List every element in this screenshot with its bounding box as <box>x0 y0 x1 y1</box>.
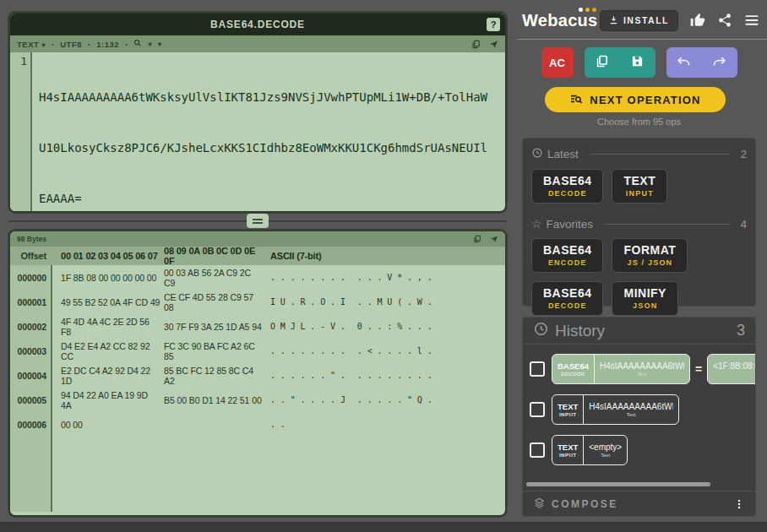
copy-icon[interactable] <box>473 235 481 243</box>
download-icon <box>609 15 618 26</box>
table-row: 000001 49 55 B2 52 0A 4F CD 49 CE CF 4D … <box>10 290 505 314</box>
hex-table-header: Offset 00 01 02 03 04 05 06 07 08 09 0A … <box>10 247 505 265</box>
latest-title: Latest <box>547 148 579 160</box>
header-divider <box>517 39 767 40</box>
search-icon[interactable] <box>133 39 142 49</box>
chevron-down-icon[interactable]: ▾ <box>148 41 152 48</box>
horizontal-scrollbar[interactable] <box>526 482 710 486</box>
editor-line: H4sIAAAAAAAAA6tWKsksyUlVslIKT81Jzs9NVSjJ… <box>39 89 505 106</box>
compose-button[interactable]: COMPOSE <box>533 497 618 512</box>
operation-chip-base64-decode[interactable]: BASE64 DECODE <box>531 281 603 316</box>
menu-icon[interactable] <box>743 12 760 29</box>
kebab-menu-icon[interactable] <box>733 497 745 511</box>
history-title: History <box>555 322 605 340</box>
redo-button[interactable] <box>702 47 737 78</box>
control-buttons: AC <box>522 47 756 78</box>
copy-icon[interactable] <box>471 40 481 49</box>
line-number-gutter: 1 <box>10 52 32 211</box>
webacus-app: BASE64.DECODE ? TEXT ▾ • UTF8 • 1:132 • … <box>0 0 767 532</box>
undo-icon <box>676 53 692 73</box>
history-checkbox[interactable] <box>530 402 545 417</box>
redo-icon <box>711 53 727 73</box>
offset-header: Offset <box>10 251 51 261</box>
hex-table-body[interactable]: 000000 1F 8B 08 00 00 00 00 00 00 03 AB … <box>10 265 505 512</box>
byte-count-label: 98 Bytes <box>17 235 46 243</box>
operation-chip-text-input[interactable]: TEXT INPUT <box>612 169 667 204</box>
table-row: 000003 D4 E2 E4 A2 CC 82 92 CC FC 3C 90 … <box>10 339 505 363</box>
operation-chip-base64-encode[interactable]: BASE64 ENCODE <box>531 238 603 273</box>
operation-chip-format-js-json[interactable]: FORMAT JS / JSON <box>612 238 688 273</box>
operation-panel-header: BASE64.DECODE ? <box>10 14 505 35</box>
history-entry-text-input-empty[interactable]: TEXT INPUT <empty> Text <box>552 435 628 465</box>
hex-columns-header-1: 00 01 02 03 04 05 06 07 <box>61 251 160 261</box>
cursor-position: 1:132 <box>96 40 119 49</box>
encoding-label[interactable]: UTF8 <box>60 40 82 49</box>
history-result-chip[interactable]: <1F:8B:08:00:00:0 Binary <box>707 354 755 384</box>
latest-count: 2 <box>741 148 747 160</box>
save-button[interactable] <box>620 47 655 78</box>
history-entry-text-input[interactable]: TEXT INPUT H4sIAAAAAAAAA6tWKsksyUl... Te… <box>552 394 679 425</box>
chevron-down-icon: ▾ <box>41 41 46 49</box>
copy-icon <box>595 54 609 72</box>
operation-chip-minify-json[interactable]: MINIFY JSON <box>612 281 677 316</box>
favorites-section-header: ☆ Favorites 4 <box>531 217 747 231</box>
splitter-handle-icon[interactable] <box>247 214 269 228</box>
separator-dot: • <box>88 41 90 48</box>
operation-panel: BASE64.DECODE ? TEXT ▾ • UTF8 • 1:132 • … <box>8 12 507 213</box>
all-clear-button[interactable]: AC <box>541 47 574 78</box>
history-checkbox[interactable] <box>530 361 545 377</box>
next-operation-button[interactable]: NEXT OPERATION <box>545 87 726 112</box>
equals-sign: = <box>695 362 702 376</box>
logo-dots-icon <box>579 8 596 12</box>
bottom-bar <box>0 522 767 532</box>
share-icon[interactable] <box>717 13 732 28</box>
list-item: BASE64 DECODE H4sIAAAAAAAAA6tWKsksyUl...… <box>530 353 755 385</box>
list-item: TEXT INPUT <empty> Text <box>530 434 755 466</box>
table-row: 000006 00 00 . . <box>10 412 505 437</box>
history-header: History 3 <box>523 318 755 345</box>
app-header: Webacus INSTALL <box>522 7 760 34</box>
favorites-count: 4 <box>741 218 747 231</box>
export-icon[interactable] <box>489 40 498 49</box>
history-list: BASE64 DECODE H4sIAAAAAAAAA6tWKsksyUl...… <box>523 345 755 491</box>
undo-button[interactable] <box>666 47 702 78</box>
history-panel: History 3 BASE64 DECODE H4sIAAAAAAAAA6tW… <box>522 317 756 517</box>
editor-line: EAAAA= <box>39 190 505 207</box>
history-checkbox[interactable] <box>530 442 545 458</box>
copy-button[interactable] <box>585 47 620 78</box>
section-rule <box>604 224 730 225</box>
table-row: 000004 E2 DC C4 A2 92 D4 22 1D 85 BC FC … <box>10 363 505 388</box>
history-entry-base64-decode[interactable]: BASE64 DECODE H4sIAAAAAAAAA6tWKsksyUl...… <box>552 354 690 384</box>
line-number: 1 <box>10 55 27 68</box>
operations-count-hint: Choose from 95 ops <box>522 117 756 127</box>
section-rule <box>590 154 730 155</box>
panel-splitter <box>8 213 507 230</box>
mode-dropdown[interactable]: TEXT ▾ <box>17 40 46 49</box>
separator-dot: • <box>125 41 128 48</box>
thumbs-up-icon[interactable] <box>689 12 706 29</box>
history-footer: COMPOSE <box>523 491 755 516</box>
table-row: 000000 1F 8B 08 00 00 00 00 00 00 03 AB … <box>10 265 505 290</box>
favorites-chips: BASE64 ENCODE FORMAT JS / JSON BASE64 DE… <box>531 238 747 316</box>
save-icon <box>630 54 645 72</box>
latest-section-header: Latest 2 <box>531 147 747 161</box>
install-button[interactable]: INSTALL <box>600 10 678 31</box>
layers-icon <box>533 497 546 512</box>
shortcuts-panel: Latest 2 BASE64 DECODE TEXT INPUT ☆ Favo… <box>522 138 756 307</box>
editor-content[interactable]: H4sIAAAAAAAAA6tWKsksyUlVslIKT81Jzs9NVSjJ… <box>32 52 505 211</box>
base64-editor[interactable]: 1 H4sIAAAAAAAAA6tWKsksyUlVslIKT81Jzs9NVS… <box>10 52 505 211</box>
webacus-logo: Webacus <box>522 11 598 30</box>
editor-line: U10LkosyCksz8PJC6/KJsheLcxKKS1CIdhbz8EoW… <box>39 139 505 156</box>
hex-toolbar: 98 Bytes <box>10 231 505 247</box>
operation-chip-base64-decode[interactable]: BASE64 DECODE <box>531 169 603 204</box>
operation-search-icon <box>569 92 583 108</box>
help-button[interactable]: ? <box>487 18 500 31</box>
table-row: 000005 94 D4 22 A0 EA 19 9D 4A B5 00 B0 … <box>10 388 505 412</box>
ascii-header: ASCII (7-bit) <box>270 251 321 261</box>
separator-dot: • <box>52 41 54 48</box>
editor-toolbar: TEXT ▾ • UTF8 • 1:132 • ▾ ▾ <box>10 35 505 52</box>
list-item: TEXT INPUT H4sIAAAAAAAAA6tWKsksyUl... Te… <box>530 394 755 426</box>
chevron-down-icon[interactable]: ▾ <box>158 41 162 48</box>
export-icon[interactable] <box>490 235 498 243</box>
hex-columns-header-2: 08 09 0A 0B 0C 0D 0E 0F <box>164 246 264 266</box>
